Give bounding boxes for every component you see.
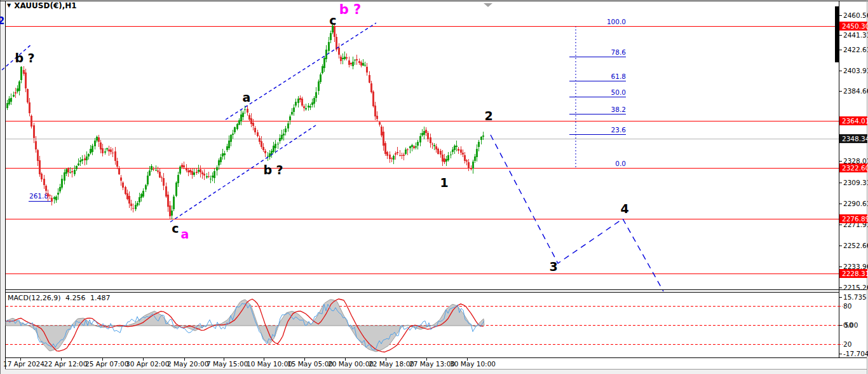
time-tick-label: 27 May 13:00 [409, 360, 455, 368]
svg-text:2228.31: 2228.31 [842, 270, 868, 277]
macd-scale-label: 15.735 [843, 293, 867, 301]
price-tick-label: 2215.26 [843, 284, 868, 291]
fib-level-label: 61.8 [611, 73, 626, 80]
wave-label: a [181, 227, 189, 241]
macd-main-value: 4.256 [65, 294, 86, 302]
chart-canvas[interactable]: 100.078.661.850.038.223.60.0261.82b ?ab … [0, 0, 868, 374]
time-tick-label: 15 May 05:00 [287, 360, 333, 368]
time-tick-label: 22 Apr 12:00 [44, 360, 87, 368]
svg-text:2450.30: 2450.30 [842, 22, 868, 30]
macd-scale-label: 0.00 [843, 321, 858, 329]
macd-scale-label: -17.704 [843, 350, 868, 357]
fib-level-label: 23.6 [611, 126, 627, 134]
wave-label: 4 [620, 202, 628, 216]
price-tick-label: 2309.31 [843, 179, 868, 186]
wave-label: c [329, 13, 336, 27]
svg-text:2276.89: 2276.89 [842, 215, 868, 223]
fib-level-label: 38.2 [611, 106, 626, 113]
price-tick-label: 2403.91 [843, 67, 868, 74]
wave-label: 2 [0, 15, 4, 27]
price-tick-label: 2441.31 [843, 31, 868, 39]
wave-label: a [243, 90, 251, 104]
time-tick-label: 7 May 15:00 [207, 360, 248, 368]
price-tick-label: 2252.66 [843, 242, 868, 249]
fib-level-label: 100.0 [607, 18, 626, 25]
wave-label: b ? [15, 51, 34, 65]
price-tick-label: 2384.66 [843, 87, 868, 95]
wave-label: 3 [549, 260, 557, 274]
fib-level-label: 0.0 [615, 160, 626, 167]
time-tick-label: 22 May 18:00 [369, 360, 414, 368]
dropdown-triangle-icon[interactable]: ▼ [7, 3, 11, 9]
time-axis[interactable]: 17 Apr 202422 Apr 12:0025 Apr 07:0030 Ap… [3, 358, 496, 368]
svg-text:2364.01: 2364.01 [842, 117, 868, 125]
wave-label: 1 [440, 176, 448, 190]
svg-text:2348.34: 2348.34 [842, 135, 868, 142]
time-tick-label: 25 Apr 07:00 [85, 360, 128, 368]
wave-label: 2 [484, 109, 492, 123]
price-tick-label: 2290.61 [843, 200, 868, 207]
macd-name: MACD(12,26,9) [8, 294, 61, 302]
time-tick-label: 10 May 10:00 [247, 360, 292, 368]
wave-label: b ? [339, 2, 362, 17]
time-tick-label: 30 May 10:00 [450, 360, 496, 368]
time-tick-label: 20 May 00:00 [328, 360, 374, 368]
time-tick-label: 17 Apr 2024 [3, 360, 44, 368]
time-tick-label: 30 Apr 02:00 [126, 360, 169, 368]
macd-scale-label: 80 [843, 302, 851, 310]
fib-level-label: 50.0 [611, 88, 626, 96]
symbol-title: ▼ XAUUSD(€),H1 [7, 1, 77, 10]
window-frame [0, 0, 868, 374]
fib-extension-label: 261.8 [29, 192, 48, 200]
price-tick-label: 2460.56 [843, 11, 868, 19]
chart-window: 100.078.661.850.038.223.60.0261.82b ?ab … [0, 0, 868, 374]
fib-level-label: 78.6 [611, 48, 627, 56]
symbol-title-label: XAUUSD(€),H1 [14, 1, 77, 10]
price-axis-scrollbar[interactable] [835, 6, 839, 62]
macd-scale-label: 20 [843, 340, 851, 348]
price-tick-label: 2422.61 [843, 46, 868, 53]
macd-signal-value: 1.487 [90, 294, 111, 302]
wave-label: c [172, 221, 179, 235]
wave-label: b ? [263, 163, 283, 177]
svg-text:2322.60: 2322.60 [842, 164, 868, 172]
macd-indicator-label: MACD(12,26,9) 4.256 1.487 [8, 294, 113, 302]
time-tick-label: 2 May 20:00 [167, 360, 208, 368]
